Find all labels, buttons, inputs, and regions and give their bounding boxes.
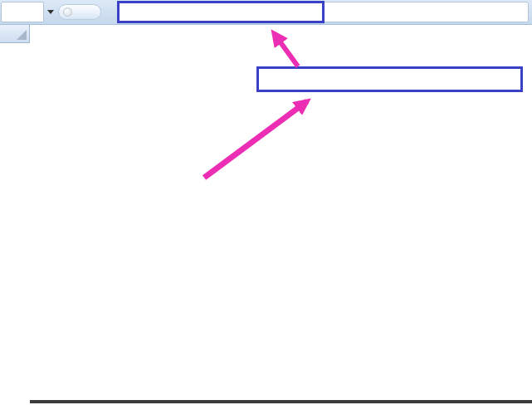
sheet-grid [0,43,532,405]
bottom-edge-line [30,400,532,403]
column-headers [0,25,532,43]
divider-circle-icon [63,7,72,17]
name-box-dropdown-icon[interactable] [47,10,54,14]
formula-bar-divider [58,4,101,20]
spreadsheet-window [0,0,532,405]
name-box[interactable] [1,2,44,22]
cell-d2-annotation-box [256,66,523,92]
formula-toolbar [0,0,532,25]
formula-annotation-box [117,1,325,23]
